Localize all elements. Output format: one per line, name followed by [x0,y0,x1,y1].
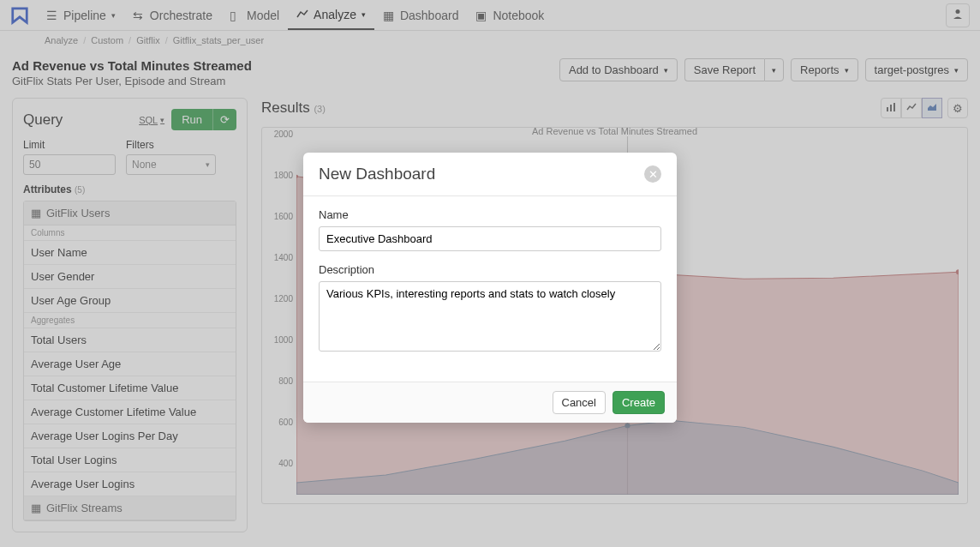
description-label: Description [319,263,661,276]
new-dashboard-modal: New Dashboard ✕ Name Description Cancel … [303,153,677,423]
dashboard-name-input[interactable] [319,226,661,251]
create-button[interactable]: Create [612,391,665,414]
cancel-button[interactable]: Cancel [553,391,606,414]
close-button[interactable]: ✕ [644,165,661,183]
close-icon: ✕ [648,168,658,181]
dashboard-description-input[interactable] [319,281,661,352]
modal-body: Name Description [303,196,677,382]
modal-footer: Cancel Create [303,382,677,423]
modal-title: New Dashboard [319,165,435,183]
modal-overlay[interactable]: New Dashboard ✕ Name Description Cancel … [0,0,980,547]
name-label: Name [319,208,661,221]
modal-header: New Dashboard ✕ [303,153,677,196]
